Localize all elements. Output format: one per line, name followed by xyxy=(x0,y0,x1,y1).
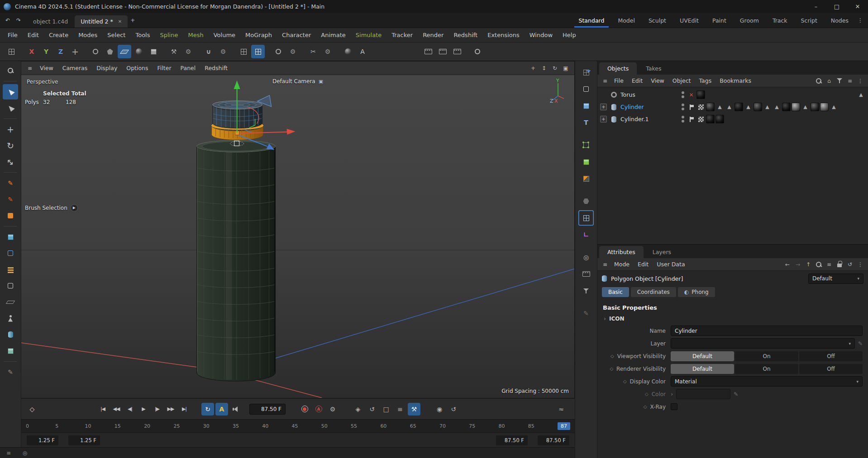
objects-hamburger-icon[interactable]: ≡ xyxy=(600,76,610,86)
expand-toggle-icon[interactable]: + xyxy=(600,116,607,123)
circle-settings-button[interactable]: ⚙ xyxy=(286,45,300,58)
close-tab-icon[interactable]: ✕ xyxy=(118,19,122,24)
new-document-tab-button[interactable]: + xyxy=(128,15,138,25)
render-antialias-button[interactable]: A xyxy=(356,45,369,58)
pen-tool-button[interactable]: ✎ xyxy=(3,175,18,191)
constraint-button[interactable]: ∪ xyxy=(202,45,215,58)
lock-z-axis-button[interactable]: Z xyxy=(54,45,67,58)
polygon-selection-tag[interactable]: ▲ xyxy=(744,103,753,111)
compositing-tag[interactable] xyxy=(696,115,705,123)
menu-window[interactable]: Window xyxy=(525,28,558,42)
solo-animation-button[interactable]: ◉ xyxy=(433,403,446,416)
material-tag[interactable] xyxy=(782,103,791,111)
objects-menu-tags[interactable]: Tags xyxy=(695,77,716,84)
menu-mograph[interactable]: MoGraph xyxy=(240,28,277,42)
instance-object-button[interactable] xyxy=(3,246,18,261)
rotate-tool-button[interactable]: ↻ xyxy=(3,138,18,153)
brush-play-icon[interactable]: ▶ xyxy=(71,204,78,212)
menu-character[interactable]: Character xyxy=(277,28,316,42)
menu-spline[interactable]: Spline xyxy=(155,28,183,42)
viewport-menu-cameras[interactable]: Cameras xyxy=(58,65,92,71)
snap-enable-icon[interactable] xyxy=(578,210,594,226)
material-tag[interactable] xyxy=(820,103,829,111)
viewport-menu-view[interactable]: View xyxy=(35,65,58,71)
menu-help[interactable]: Help xyxy=(558,28,581,42)
viewport-filter-icon[interactable] xyxy=(578,283,594,298)
visibility-dots[interactable] xyxy=(679,116,686,123)
icon-group-row[interactable]: › ICON xyxy=(597,313,868,324)
material-tag[interactable] xyxy=(696,90,705,99)
fcurve-editor-button[interactable]: ≈ xyxy=(555,403,568,416)
play-button[interactable]: ▶ xyxy=(137,403,150,416)
material-tag[interactable] xyxy=(715,115,724,123)
sound-button[interactable] xyxy=(229,403,242,416)
menu-tracker[interactable]: Tracker xyxy=(386,28,418,42)
polygon-selection-tag[interactable]: ▲ xyxy=(725,103,734,111)
plane-primitive-button[interactable] xyxy=(3,208,18,223)
render-settings-button[interactable] xyxy=(471,45,484,58)
menu-edit[interactable]: Edit xyxy=(23,28,44,42)
lock-y-axis-button[interactable]: Y xyxy=(39,45,53,58)
modeling-tool-button[interactable] xyxy=(103,45,117,58)
layout-tab-nodes[interactable]: Nodes xyxy=(824,13,855,28)
model-mode-icon[interactable] xyxy=(578,81,594,97)
selection-tool-button[interactable] xyxy=(3,100,18,116)
back-icon[interactable]: ← xyxy=(782,260,792,269)
autokey-button[interactable]: A xyxy=(215,403,228,416)
objects-menu-bookmarks[interactable]: Bookmarks xyxy=(715,77,755,84)
home-icon[interactable]: ⌂ xyxy=(824,76,834,86)
attributes-menu-mode[interactable]: Mode xyxy=(610,261,634,268)
menu-select[interactable]: Select xyxy=(102,28,130,42)
tweak-tool-button[interactable]: ⚒ xyxy=(167,45,181,58)
null-object-button[interactable] xyxy=(3,278,18,293)
doc-tab-untitled-2[interactable]: Untitled 2 *✕ xyxy=(75,15,128,28)
search-attributes-icon[interactable] xyxy=(814,260,824,269)
cloner-object-button[interactable] xyxy=(3,262,18,277)
preview-start-field[interactable]: 1.25 F xyxy=(27,435,58,445)
material-tag[interactable] xyxy=(706,115,715,123)
playback-mode-button[interactable]: ↺ xyxy=(447,403,460,416)
viewport-dolly-icon[interactable]: ↕ xyxy=(539,63,549,73)
layout-tab-groom[interactable]: Groom xyxy=(733,13,766,28)
object-name[interactable]: Torus xyxy=(620,91,677,98)
render-view-button[interactable] xyxy=(421,45,435,58)
autokey-record-button[interactable]: A xyxy=(312,403,325,416)
menu-simulate[interactable]: Simulate xyxy=(351,28,386,42)
display-color-select[interactable]: Material ▾ xyxy=(671,376,863,387)
cube-primitive-button[interactable] xyxy=(3,229,18,245)
xray-checkbox[interactable] xyxy=(671,403,677,410)
filter-attributes-icon[interactable]: ≡ xyxy=(824,260,834,269)
display-tag[interactable] xyxy=(687,103,696,111)
tweak-settings-button[interactable]: ⚙ xyxy=(181,45,195,58)
ngon-mode-icon[interactable] xyxy=(578,194,594,209)
goto-start-button[interactable]: |◀ xyxy=(96,403,109,416)
previous-key-button[interactable]: ◀◀ xyxy=(110,403,123,416)
forward-icon[interactable]: → xyxy=(793,260,803,269)
current-frame-field[interactable]: 87.50 F xyxy=(249,404,286,415)
viewport-menu-icon[interactable]: ≡ xyxy=(25,63,35,73)
layout-tab-script[interactable]: Script xyxy=(794,13,824,28)
menu-redshift[interactable]: Redshift xyxy=(448,28,482,42)
viewport-visibility-default-button[interactable]: Default xyxy=(671,351,734,361)
object-name[interactable]: Cylinder.1 xyxy=(620,116,677,123)
objects-menu-file[interactable]: File xyxy=(610,77,628,84)
next-frame-button[interactable]: |▶ xyxy=(151,403,163,416)
snap-grid-button[interactable] xyxy=(237,45,250,58)
constraint-settings-button[interactable]: ⚙ xyxy=(216,45,230,58)
tab-attributes[interactable]: Attributes xyxy=(599,246,644,258)
section-tab-phong[interactable]: ◐Phong xyxy=(678,287,715,297)
points-mode-icon[interactable] xyxy=(578,137,594,153)
object-row-cylinder-1[interactable]: +Cylinder.1 xyxy=(597,113,868,125)
objects-menu-edit[interactable]: Edit xyxy=(628,77,647,84)
keyframe-snap-button[interactable]: ⚒ xyxy=(408,403,420,416)
timeline-ruler[interactable]: 051015202530354045505560657075808587 xyxy=(21,419,575,433)
preset-select[interactable]: Default ▾ xyxy=(808,274,863,284)
object-row-cylinder[interactable]: +Cylinder▲▲▲▲▲▲▲ xyxy=(597,101,868,113)
menu-animate[interactable]: Animate xyxy=(316,28,350,42)
menu-mesh[interactable]: Mesh xyxy=(183,28,208,42)
menu-render[interactable]: Render xyxy=(418,28,448,42)
material-tag[interactable] xyxy=(792,103,800,111)
viewport-camera-icon[interactable] xyxy=(578,266,594,282)
compositing-tag[interactable] xyxy=(696,103,705,111)
viewport-rotate-icon[interactable]: ↻ xyxy=(550,63,560,73)
